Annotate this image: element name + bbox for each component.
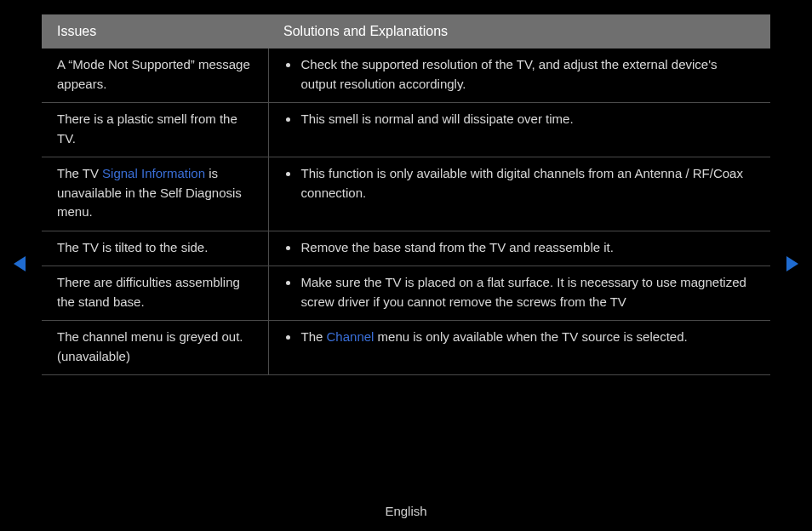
table-row: There are difficulties assembling the st… bbox=[42, 266, 770, 321]
page-footer: English bbox=[0, 502, 812, 522]
issue-text: There are difficulties assembling the st… bbox=[57, 275, 240, 309]
solution-list: This function is only available with dig… bbox=[284, 164, 756, 203]
solution-text: The bbox=[301, 329, 327, 344]
solution-list: This smell is normal and will dissipate … bbox=[284, 110, 756, 129]
solution-cell: The Channel menu is only available when … bbox=[268, 321, 770, 375]
troubleshooting-table: Issues Solutions and Explanations A “Mod… bbox=[42, 14, 770, 375]
solution-text: Make sure the TV is placed on a flat sur… bbox=[301, 275, 746, 309]
issue-text: The TV is tilted to the side. bbox=[57, 240, 208, 254]
solution-text: menu is only available when the TV sourc… bbox=[374, 329, 687, 344]
solution-cell: This smell is normal and will dissipate … bbox=[268, 103, 770, 157]
solution-item: Remove the base stand from the TV and re… bbox=[284, 238, 756, 258]
solution-list: Check the supported resolution of the TV… bbox=[284, 55, 756, 94]
issue-cell: The TV is tilted to the side. bbox=[42, 231, 268, 266]
manual-page: Issues Solutions and Explanations A “Mod… bbox=[0, 0, 812, 531]
troubleshooting-table-container: Issues Solutions and Explanations A “Mod… bbox=[42, 14, 770, 375]
issue-text: There is a plastic smell from the TV. bbox=[57, 111, 237, 146]
solution-item: This smell is normal and will dissipate … bbox=[284, 110, 756, 129]
table-row: The TV Signal Information is unavailable… bbox=[42, 157, 770, 231]
svg-marker-1 bbox=[786, 256, 798, 271]
solution-cell: Remove the base stand from the TV and re… bbox=[268, 231, 770, 266]
solution-list: The Channel menu is only available when … bbox=[284, 328, 756, 347]
table-row: A “Mode Not Supported” message appears.C… bbox=[42, 49, 770, 103]
table-row: The channel menu is greyed out. (unavail… bbox=[42, 321, 770, 375]
language-label: English bbox=[385, 504, 426, 518]
solution-item: This function is only available with dig… bbox=[284, 164, 756, 203]
solution-item: Make sure the TV is placed on a flat sur… bbox=[284, 273, 756, 311]
issue-cell: The channel menu is greyed out. (unavail… bbox=[42, 321, 268, 375]
solution-text: Remove the base stand from the TV and re… bbox=[301, 240, 614, 254]
issue-cell: There is a plastic smell from the TV. bbox=[42, 103, 268, 157]
issue-cell: The TV Signal Information is unavailable… bbox=[42, 157, 268, 231]
table-body: A “Mode Not Supported” message appears.C… bbox=[42, 49, 770, 375]
triangle-right-icon bbox=[785, 255, 800, 272]
solution-cell: Make sure the TV is placed on a flat sur… bbox=[268, 266, 770, 321]
solution-item: The Channel menu is only available when … bbox=[284, 328, 756, 347]
issue-text: A “Mode Not Supported” message appears. bbox=[57, 57, 250, 91]
next-page-button[interactable] bbox=[785, 255, 800, 272]
solution-cell: This function is only available with dig… bbox=[268, 157, 770, 231]
issue-cell: There are difficulties assembling the st… bbox=[42, 266, 268, 321]
table-row: The TV is tilted to the side.Remove the … bbox=[42, 231, 770, 266]
col-header-solutions: Solutions and Explanations bbox=[268, 14, 770, 49]
issue-text: The TV bbox=[57, 166, 102, 180]
solution-list: Remove the base stand from the TV and re… bbox=[284, 238, 756, 258]
issue-highlight: Signal Information bbox=[102, 166, 205, 180]
solution-highlight: Channel bbox=[327, 329, 375, 344]
issue-text: The channel menu is greyed out. (unavail… bbox=[57, 329, 243, 363]
solution-text: This smell is normal and will dissipate … bbox=[301, 111, 574, 126]
solution-cell: Check the supported resolution of the TV… bbox=[268, 49, 770, 103]
table-row: There is a plastic smell from the TV.Thi… bbox=[42, 103, 770, 157]
triangle-left-icon bbox=[12, 255, 27, 272]
issue-cell: A “Mode Not Supported” message appears. bbox=[42, 49, 268, 103]
col-header-issues: Issues bbox=[42, 14, 268, 49]
prev-page-button[interactable] bbox=[12, 255, 27, 272]
svg-marker-0 bbox=[14, 256, 26, 271]
solution-list: Make sure the TV is placed on a flat sur… bbox=[284, 273, 756, 311]
solution-text: This function is only available with dig… bbox=[301, 166, 743, 200]
solution-text: Check the supported resolution of the TV… bbox=[301, 57, 718, 91]
solution-item: Check the supported resolution of the TV… bbox=[284, 55, 756, 94]
